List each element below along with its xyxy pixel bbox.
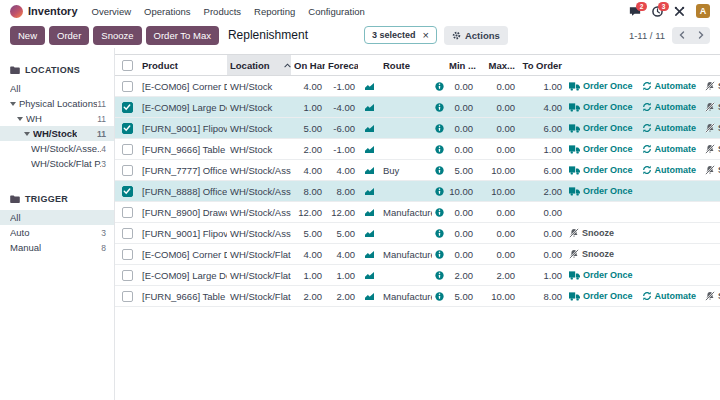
row-checkbox[interactable] (122, 144, 133, 155)
tools-icon[interactable] (674, 6, 685, 17)
forecast-report-icon[interactable] (364, 145, 375, 154)
automate-button[interactable]: Automate (642, 291, 697, 301)
info-icon[interactable] (435, 103, 444, 112)
clear-selection-icon[interactable]: × (423, 31, 429, 40)
order-once-button[interactable]: Order Once (569, 102, 633, 112)
activities-icon[interactable]: 3 (652, 6, 663, 17)
order-once-button[interactable]: Order Once (569, 81, 633, 91)
column-header-location[interactable]: Location (227, 55, 291, 75)
automate-button[interactable]: Automate (642, 81, 697, 91)
table-row[interactable]: [E-COM09] Large DeskWH/Stock1.00-4.000.0… (115, 97, 720, 118)
forecast-report-icon[interactable] (364, 208, 375, 217)
table-row[interactable]: [FURN_9001] FlipoverWH/Stock5.00-6.000.0… (115, 118, 720, 139)
snooze-button[interactable]: Snooze (705, 144, 720, 154)
snooze-button[interactable]: Snooze (93, 26, 141, 45)
order-once-button[interactable]: Order Once (569, 144, 633, 154)
row-checkbox[interactable] (122, 165, 133, 176)
table-row[interactable]: [FURN_8900] Drawer BlackWH/Stock/Asse...… (115, 202, 720, 223)
table-row[interactable]: [FURN_8888] Office LampWH/Stock/Asse...8… (115, 181, 720, 202)
table-row[interactable]: [E-COM06] Corner Desk ...WH/Stock/Flat P… (115, 244, 720, 265)
snooze-button[interactable]: Snooze (569, 228, 614, 238)
forecast-report-icon[interactable] (364, 166, 375, 175)
row-checkbox[interactable] (122, 207, 133, 218)
forecast-report-icon[interactable] (364, 103, 375, 112)
info-icon[interactable] (435, 145, 444, 154)
actions-button[interactable]: Actions (444, 26, 508, 45)
info-icon[interactable] (435, 82, 444, 91)
info-icon[interactable] (435, 229, 444, 238)
pager-previous-button[interactable] (672, 27, 691, 44)
snooze-button[interactable]: Snooze (705, 81, 720, 91)
row-checkbox[interactable] (122, 249, 133, 260)
order-once-button[interactable]: Order Once (569, 165, 633, 175)
snooze-button[interactable]: Snooze (705, 291, 720, 301)
menu-item-overview[interactable]: Overview (92, 6, 132, 17)
pager-next-button[interactable] (691, 27, 710, 44)
sidebar-item-auto[interactable]: Auto3 (0, 225, 114, 240)
sidebar-item-all[interactable]: All (0, 81, 114, 96)
table-row[interactable]: [FURN_9001] FlipoverWH/Stock/Asse...5.00… (115, 223, 720, 244)
new-button[interactable]: New (10, 26, 45, 45)
menu-item-operations[interactable]: Operations (144, 6, 190, 17)
pager-value[interactable]: 1-11 / 11 (629, 30, 665, 41)
sidebar-item-wh-stock-flat-p[interactable]: WH/Stock/Flat P...3 (0, 156, 114, 171)
column-header-min[interactable]: Min ... (446, 60, 476, 71)
info-icon[interactable] (435, 250, 444, 259)
row-checkbox[interactable] (122, 228, 133, 239)
order-once-button[interactable]: Order Once (569, 123, 633, 133)
order-once-button[interactable]: Order Once (569, 270, 633, 280)
row-checkbox[interactable] (122, 186, 133, 197)
messages-icon[interactable]: 2 (629, 6, 641, 17)
info-icon[interactable] (435, 208, 444, 217)
table-row[interactable]: [E-COM06] Corner Desk ...WH/Stock4.00-1.… (115, 76, 720, 97)
snooze-button[interactable]: Snooze (705, 102, 720, 112)
forecast-report-icon[interactable] (364, 292, 375, 301)
user-avatar[interactable]: A (696, 4, 710, 18)
forecast-report-icon[interactable] (364, 250, 375, 259)
forecast-report-icon[interactable] (364, 271, 375, 280)
snooze-button[interactable]: Snooze (705, 165, 720, 175)
row-checkbox[interactable] (122, 291, 133, 302)
row-checkbox[interactable] (122, 81, 133, 92)
forecast-report-icon[interactable] (364, 82, 375, 91)
table-row[interactable]: [FURN_9666] TableWH/Stock/Flat P...2.002… (115, 286, 720, 307)
sidebar-item-wh[interactable]: WH11 (0, 111, 114, 126)
menu-item-configuration[interactable]: Configuration (308, 6, 365, 17)
app-name[interactable]: Inventory (28, 5, 78, 17)
table-row[interactable]: [E-COM09] Large DeskWH/Stock/Flat P...1.… (115, 265, 720, 286)
column-header-max[interactable]: Max... (476, 60, 518, 71)
order-once-button[interactable]: Order Once (569, 186, 633, 196)
info-icon[interactable] (435, 166, 444, 175)
caret-down-icon[interactable] (10, 102, 16, 106)
caret-down-icon[interactable] (17, 117, 23, 121)
row-checkbox[interactable] (122, 270, 133, 281)
order-button[interactable]: Order (49, 26, 89, 45)
forecast-report-icon[interactable] (364, 124, 375, 133)
sidebar-item-physical-locations[interactable]: Physical Locations11 (0, 96, 114, 111)
row-checkbox[interactable] (122, 123, 133, 134)
caret-down-icon[interactable] (24, 132, 30, 136)
menu-item-reporting[interactable]: Reporting (254, 6, 295, 17)
info-icon[interactable] (435, 187, 444, 196)
menu-item-products[interactable]: Products (204, 6, 242, 17)
column-header-on-hand[interactable]: On Hand (291, 60, 325, 71)
table-row[interactable]: [FURN_9666] TableWH/Stock2.00-1.000.000.… (115, 139, 720, 160)
automate-button[interactable]: Automate (642, 165, 697, 175)
sidebar-item-wh-stock-asse[interactable]: WH/Stock/Asse...4 (0, 141, 114, 156)
select-all-checkbox[interactable] (122, 60, 133, 71)
sidebar-item-wh-stock[interactable]: WH/Stock11 (0, 126, 114, 141)
automate-button[interactable]: Automate (642, 123, 697, 133)
automate-button[interactable]: Automate (642, 102, 697, 112)
sidebar-item-manual[interactable]: Manual8 (0, 240, 114, 255)
info-icon[interactable] (435, 124, 444, 133)
forecast-report-icon[interactable] (364, 187, 375, 196)
column-header-route[interactable]: Route (380, 60, 432, 71)
snooze-button[interactable]: Snooze (705, 123, 720, 133)
automate-button[interactable]: Automate (642, 144, 697, 154)
row-checkbox[interactable] (122, 102, 133, 113)
info-icon[interactable] (435, 271, 444, 280)
order-to-max-button[interactable]: Order To Max (146, 26, 219, 45)
order-once-button[interactable]: Order Once (569, 291, 633, 301)
app-logo-icon[interactable] (10, 5, 23, 18)
table-row[interactable]: [FURN_7777] Office ChairWH/Stock/Asse...… (115, 160, 720, 181)
